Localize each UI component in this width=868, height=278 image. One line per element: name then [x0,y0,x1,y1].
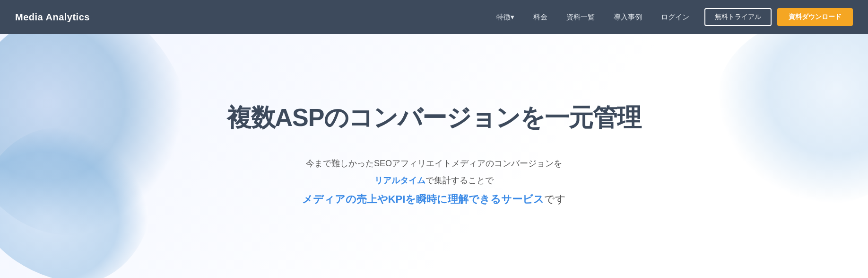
nav-links: 特徴▾ 料金 資料一覧 導入事例 ログイン [496,13,689,22]
hero-subtitle: 今まで難しかったSEOアフィリエイトメディアのコンバージョンを リアルタイムで集… [227,155,642,209]
trial-button[interactable]: 無料トライアル [704,8,772,26]
nav-features[interactable]: 特徴▾ [496,13,514,22]
hero-subtitle-line2: リアルタイムで集計することで [227,172,642,188]
hero-realtime-text: リアルタイム [374,176,425,185]
hero-section: 複数ASPのコンバージョンを一元管理 今まで難しかったSEOアフィリエイトメディ… [0,34,868,278]
nav-cases[interactable]: 導入事例 [614,13,642,22]
navbar: Media Analytics 特徴▾ 料金 資料一覧 導入事例 ログイン 無料… [0,0,868,34]
download-button[interactable]: 資料ダウンロード [777,8,853,26]
hero-subtitle-line1: 今まで難しかったSEOアフィリエイトメディアのコンバージョンを [227,155,642,171]
hero-subtitle-line3: メディアの売上やKPIを瞬時に理解できるサービスです [227,189,642,209]
blob-decoration-right [717,34,868,205]
hero-title: 複数ASPのコンバージョンを一元管理 [227,103,642,132]
nav-docs[interactable]: 資料一覧 [566,13,595,22]
hero-content: 複数ASPのコンバージョンを一元管理 今まで難しかったSEOアフィリエイトメディ… [208,103,660,209]
nav-login[interactable]: ログイン [661,13,689,22]
site-logo: Media Analytics [15,12,90,23]
nav-pricing[interactable]: 料金 [533,13,547,22]
hero-service-highlight: メディアの売上やKPIを瞬時に理解できるサービス [302,193,545,205]
